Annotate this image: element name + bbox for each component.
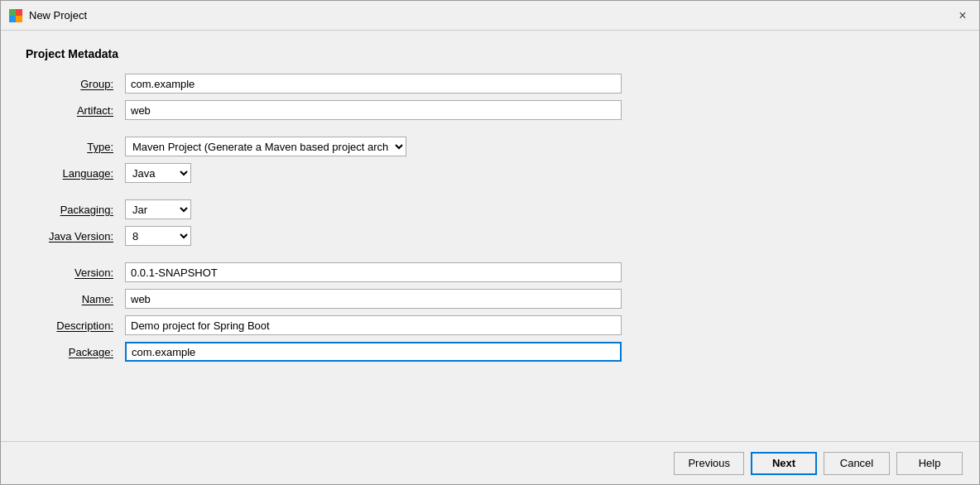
form-grid: Group: Artifact: Type: Maven Project (Ge… xyxy=(26,74,622,362)
packaging-label: Packaging: xyxy=(26,204,117,216)
java-version-select[interactable]: 8 11 17 xyxy=(125,226,191,246)
package-input[interactable] xyxy=(125,342,622,362)
section-title: Project Metadata xyxy=(26,47,954,60)
app-icon xyxy=(9,9,22,22)
next-button[interactable]: Next xyxy=(751,452,817,475)
language-select[interactable]: Java Kotlin Groovy xyxy=(125,163,191,183)
name-input[interactable] xyxy=(125,289,622,309)
language-label: Language: xyxy=(26,167,117,180)
help-button[interactable]: Help xyxy=(896,452,963,475)
spacer-1 xyxy=(26,127,117,130)
dialog-title: New Project xyxy=(29,9,948,22)
spacer-2 xyxy=(125,127,622,130)
group-input[interactable] xyxy=(125,74,622,94)
artifact-input[interactable] xyxy=(125,100,622,120)
spacer-4 xyxy=(125,190,622,193)
name-label: Name: xyxy=(26,293,117,305)
svg-rect-3 xyxy=(16,16,22,22)
dialog-window: New Project × Project Metadata Group: Ar… xyxy=(0,0,980,485)
spacer-5 xyxy=(26,252,117,256)
type-select-container: Maven Project (Generate a Maven based pr… xyxy=(125,137,622,156)
previous-button[interactable]: Previous xyxy=(674,452,744,475)
description-input[interactable] xyxy=(125,315,622,335)
close-button[interactable]: × xyxy=(954,7,971,24)
language-select-container: Java Kotlin Groovy xyxy=(125,163,622,183)
java-version-select-container: 8 11 17 xyxy=(125,226,622,246)
artifact-label: Artifact: xyxy=(26,104,117,117)
svg-rect-1 xyxy=(16,9,22,16)
version-input[interactable] xyxy=(125,262,622,282)
dialog-content: Project Metadata Group: Artifact: Type: … xyxy=(1,31,979,441)
packaging-select[interactable]: Jar War xyxy=(125,199,191,219)
type-label: Type: xyxy=(26,141,117,153)
svg-rect-2 xyxy=(9,16,16,22)
title-bar: New Project × xyxy=(1,1,979,31)
package-label: Package: xyxy=(26,346,117,358)
version-label: Version: xyxy=(26,267,117,279)
cancel-button[interactable]: Cancel xyxy=(824,452,890,475)
dialog-footer: Previous Next Cancel Help xyxy=(1,441,979,484)
spacer-6 xyxy=(125,252,622,256)
svg-rect-0 xyxy=(9,9,16,16)
type-select[interactable]: Maven Project (Generate a Maven based pr… xyxy=(125,137,406,156)
packaging-select-container: Jar War xyxy=(125,199,622,219)
java-version-label: Java Version: xyxy=(26,230,117,242)
spacer-3 xyxy=(26,190,117,193)
description-label: Description: xyxy=(26,319,117,332)
group-label: Group: xyxy=(26,78,117,90)
